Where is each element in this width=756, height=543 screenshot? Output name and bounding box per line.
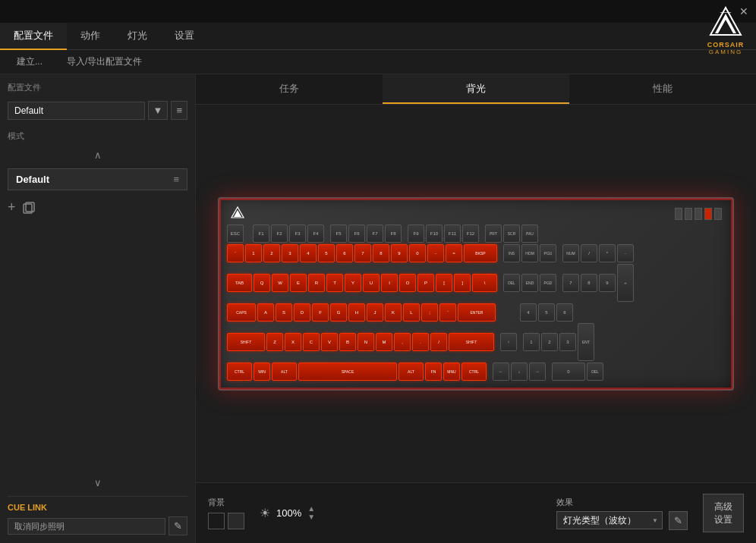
key-num3[interactable]: 3: [559, 333, 576, 351]
key-2[interactable]: 2: [263, 244, 280, 262]
key-right[interactable]: →: [529, 363, 546, 381]
key-tilde[interactable]: `: [227, 244, 244, 262]
key-j[interactable]: J: [367, 303, 383, 322]
import-export-button[interactable]: 导入/导出配置文件: [61, 52, 148, 71]
key-f8[interactable]: F8: [385, 224, 402, 243]
key-numenter[interactable]: ENT: [578, 323, 594, 361]
key-f12[interactable]: F12: [462, 224, 479, 243]
key-backslash[interactable]: \: [472, 274, 497, 292]
key-g[interactable]: G: [330, 303, 347, 322]
key-numdiv[interactable]: /: [581, 244, 597, 262]
bg-color-black[interactable]: [208, 513, 225, 529]
key-rshift[interactable]: SHIFT: [449, 333, 494, 351]
key-f3[interactable]: F3: [289, 224, 306, 243]
key-num7[interactable]: 7: [562, 274, 579, 292]
key-d[interactable]: D: [294, 303, 310, 322]
tab-backlight[interactable]: 背光: [383, 74, 569, 104]
key-9[interactable]: 9: [391, 244, 408, 262]
key-f5[interactable]: F5: [330, 224, 347, 243]
key-f10[interactable]: F10: [426, 224, 443, 243]
key-fn[interactable]: FN: [425, 363, 442, 381]
profile-dropdown-arrow[interactable]: ▼: [148, 101, 169, 120]
key-q[interactable]: Q: [254, 274, 270, 292]
add-mode-button[interactable]: +: [8, 199, 16, 215]
key-del[interactable]: DEL: [503, 274, 520, 292]
key-end[interactable]: END: [521, 274, 538, 292]
brightness-down-button[interactable]: ▼: [307, 513, 315, 521]
key-lshift[interactable]: SHIFT: [227, 333, 265, 351]
key-win[interactable]: WIN: [254, 363, 270, 381]
key-left[interactable]: ←: [493, 363, 509, 381]
effect-select[interactable]: 灯光类型（波纹）: [556, 511, 663, 529]
key-m[interactable]: M: [376, 333, 392, 351]
key-numplus[interactable]: +: [617, 264, 634, 302]
key-enter[interactable]: ENTER: [458, 303, 496, 322]
key-rctrl[interactable]: CTRL: [461, 363, 487, 381]
profile-select[interactable]: Default: [8, 102, 145, 120]
key-numlock[interactable]: NUM: [562, 244, 579, 262]
key-z[interactable]: Z: [266, 333, 283, 351]
advanced-settings-button[interactable]: 高级 设置: [703, 494, 744, 533]
key-8[interactable]: 8: [373, 244, 389, 262]
key-tab[interactable]: TAB: [227, 274, 252, 292]
key-period[interactable]: .: [412, 333, 429, 351]
key-backspace[interactable]: BKSP: [464, 244, 497, 262]
key-equals[interactable]: =: [446, 244, 462, 262]
key-c[interactable]: C: [303, 333, 320, 351]
key-i[interactable]: I: [381, 274, 398, 292]
mode-up-button[interactable]: ∧: [8, 148, 187, 162]
key-caps[interactable]: CAPS: [227, 303, 256, 322]
key-0[interactable]: 0: [409, 244, 426, 262]
key-prt[interactable]: PRT: [485, 224, 502, 243]
key-t[interactable]: T: [326, 274, 343, 292]
key-lctrl[interactable]: CTRL: [227, 363, 252, 381]
key-f4[interactable]: F4: [307, 224, 324, 243]
key-slash[interactable]: /: [430, 333, 447, 351]
key-menu[interactable]: MNU: [443, 363, 460, 381]
key-3[interactable]: 3: [282, 244, 298, 262]
key-7[interactable]: 7: [354, 244, 371, 262]
key-u[interactable]: U: [363, 274, 380, 292]
key-h[interactable]: H: [348, 303, 365, 322]
brightness-up-button[interactable]: ▲: [307, 505, 315, 513]
key-s[interactable]: S: [276, 303, 292, 322]
key-o[interactable]: O: [399, 274, 416, 292]
key-num4[interactable]: 4: [520, 303, 537, 322]
key-scr[interactable]: SCR: [503, 224, 520, 243]
clone-mode-button[interactable]: [22, 201, 36, 215]
nav-tab-settings[interactable]: 设置: [161, 23, 208, 50]
key-pgup[interactable]: PGU: [540, 244, 556, 262]
key-f6[interactable]: F6: [348, 224, 365, 243]
key-f9[interactable]: F9: [408, 224, 424, 243]
key-ins[interactable]: INS: [503, 244, 520, 262]
key-p[interactable]: P: [417, 274, 434, 292]
key-home[interactable]: HOM: [521, 244, 538, 262]
cue-edit-button[interactable]: ✎: [169, 516, 187, 535]
key-6[interactable]: 6: [336, 244, 353, 262]
key-num5[interactable]: 5: [538, 303, 555, 322]
key-b[interactable]: B: [339, 333, 356, 351]
key-v[interactable]: V: [321, 333, 338, 351]
key-x[interactable]: X: [285, 333, 301, 351]
key-num8[interactable]: 8: [581, 274, 597, 292]
key-pgdn[interactable]: PGD: [540, 274, 556, 292]
key-f2[interactable]: F2: [271, 224, 288, 243]
nav-tab-light[interactable]: 灯光: [114, 23, 161, 50]
key-4[interactable]: 4: [300, 244, 317, 262]
key-minus[interactable]: -: [427, 244, 444, 262]
profile-menu-button[interactable]: ≡: [171, 101, 187, 120]
key-5[interactable]: 5: [318, 244, 335, 262]
key-y[interactable]: Y: [345, 274, 361, 292]
create-button[interactable]: 建立...: [11, 52, 49, 71]
key-f7[interactable]: F7: [367, 224, 383, 243]
key-down[interactable]: ↓: [511, 363, 528, 381]
key-r[interactable]: R: [308, 274, 325, 292]
key-up[interactable]: ↑: [500, 333, 517, 351]
key-n[interactable]: N: [358, 333, 374, 351]
key-esc[interactable]: ESC: [227, 224, 244, 243]
key-e[interactable]: E: [290, 274, 307, 292]
key-lalt[interactable]: ALT: [272, 363, 297, 381]
key-1[interactable]: 1: [245, 244, 262, 262]
tab-performance[interactable]: 性能: [569, 74, 756, 104]
mode-down-button[interactable]: ∨: [8, 476, 187, 490]
